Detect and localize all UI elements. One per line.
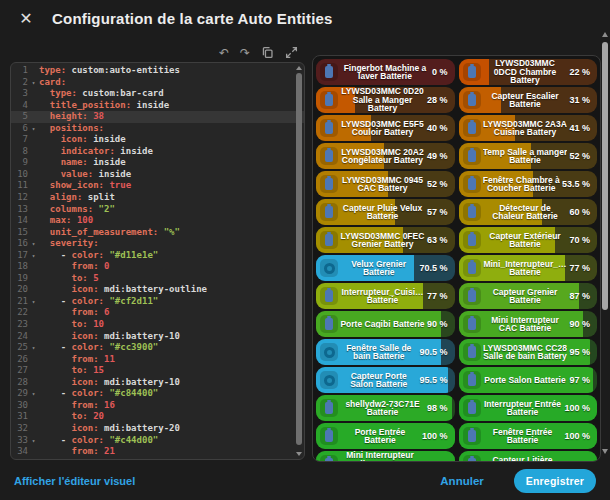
bar-content: Capteur Escalier Batterie31 % [459,87,598,113]
undo-icon[interactable]: ↶ [219,47,229,59]
code-line: 23 to: 10 [11,319,304,331]
dialog-scrollbar[interactable] [601,28,609,458]
scroll-down-icon[interactable] [602,449,608,454]
battery-bar[interactable]: Interrupteur Entrée Batterie100 % [459,395,598,421]
battery-bar[interactable]: Capteur Extérieur Batterie70 % [459,227,598,253]
code-line: 22 from: 6 [11,307,304,319]
code-line: 5 height: 38 [11,111,304,123]
battery-bar[interactable]: Fenêtre Entrée Batterie100 % [459,423,598,449]
battery-bar[interactable]: LYWSD03MMC 0D20 Salle a Manger Battery28… [316,87,455,113]
battery-bar[interactable]: LYWSD03MMC CC28 Salle de bain Battery95 … [459,339,598,365]
show-visual-editor-link[interactable]: Afficher l'éditeur visuel [14,475,135,487]
battery-bar[interactable]: Porte Salon Batterie97 % [459,367,598,393]
entity-name: Fenêtre Chambre à Coucher Batterie [483,176,560,193]
cancel-button[interactable]: Annuler [434,474,489,488]
entity-value: 100 % [422,431,448,441]
battery-bar[interactable]: Capteur Porte Salon Batterie95.5 % [316,367,455,393]
battery-bar[interactable]: Fenêtre Salle de bain Batterie90.5 % [316,339,455,365]
battery-icon [463,231,481,249]
code-text: card: [39,77,304,89]
entity-value: 60 % [569,207,590,217]
battery-bar[interactable]: Fenêtre Chambre à Coucher Batterie53.5 % [459,171,598,197]
editor-toolbar: ↶ ↷ [10,45,298,60]
close-icon[interactable]: ✕ [16,9,36,28]
expand-icon[interactable] [285,46,298,59]
battery-bar[interactable]: Mini Interrupteur CAC Batterie90 % [459,311,598,337]
battery-bar[interactable]: Porte Entrée Batterie100 % [316,423,455,449]
battery-bar[interactable]: Mini Interrupteur Salle a manger Batteri… [316,451,455,462]
redo-icon[interactable]: ↷ [240,47,250,59]
fold-arrow-icon[interactable]: ▾ [28,250,39,262]
battery-bar[interactable]: LYWSD03MMC 0FEC Grenier Battery63 % [316,227,455,253]
fold-arrow-icon[interactable]: ▾ [28,435,39,447]
entity-name: Capteur Escalier Batterie [483,92,568,109]
battery-bar[interactable]: Velux Grenier Batterie70.5 % [316,255,455,281]
line-number: 9 [11,157,28,169]
battery-bar[interactable]: LYWSD03MMC 0945 CAC Battery52 % [316,171,455,197]
battery-bar[interactable]: LYWSD03MMC 2A3A Cuisine Battery41 % [459,115,598,141]
battery-bar[interactable]: Interrupteur_Cuisi… Batterie77 % [316,283,455,309]
code-text: columns: "2" [39,204,304,216]
entity-value: 70.5 % [419,263,447,273]
entity-value: 63 % [427,235,448,245]
line-number: 12 [11,192,28,204]
battery-bar[interactable]: Porte Cagibi Batterie90 % [316,311,455,337]
battery-icon [320,119,338,137]
battery-bar[interactable]: LYWSD03MMC 20A2 Congélateur Battery49 % [316,143,455,169]
fold-arrow-icon[interactable]: ▾ [28,77,39,89]
code-line: 32 icon: mdi:battery-20 [11,423,304,435]
fold-arrow-icon[interactable]: ▾ [28,342,39,354]
fold-arrow-icon[interactable]: ▾ [28,388,39,400]
entity-value: 87 % [569,291,590,301]
code-text: severity: [39,238,304,250]
code-line: 13 columns: "2" [11,204,304,216]
fold-arrow-icon[interactable]: ▾ [28,238,39,250]
scroll-up-icon[interactable] [602,32,608,37]
battery-bar[interactable]: Capteur Litière Batterie100 % [459,451,598,462]
fold-arrow-icon[interactable]: ▾ [28,296,39,308]
scroll-down-icon[interactable] [296,452,302,456]
scroll-up-icon[interactable] [296,66,302,70]
entity-value: 90.5 % [419,347,447,357]
fold-arrow-icon[interactable]: ▾ [28,123,39,135]
dialog-scrollbar-thumb[interactable] [602,42,608,310]
yaml-code-editor[interactable]: 1type: custom:auto-entities2▾card:3 type… [10,62,305,460]
battery-bar[interactable]: Détecteur de Chaleur Batterie60 % [459,199,598,225]
battery-bar[interactable]: LYWSD03MMC 0DCD Chambre Battery22 % [459,59,598,85]
line-number: 20 [11,284,28,296]
battery-icon [463,203,481,221]
battery-icon [463,147,481,165]
editor-scrollbar[interactable] [295,64,303,458]
line-number: 3 [11,88,28,100]
line-number: 2 [11,77,28,89]
battery-bar[interactable]: LYWSD03MMC E5F5 Couloir Battery40 % [316,115,455,141]
line-number: 22 [11,307,28,319]
battery-bar[interactable]: Mini_Interrupteur_… Batterie77 % [459,255,598,281]
editor-scrollbar-thumb[interactable] [296,73,302,445]
code-line: 3 type: custom:bar-card [11,88,304,100]
entity-name: Mini_Interrupteur_… Batterie [483,260,568,277]
entity-value: 52 % [427,179,448,189]
battery-bar[interactable]: Temp Salle a manger Batterie52 % [459,143,598,169]
code-text: icon: inside [39,134,304,146]
entity-name: shellydw2-73C71E Batterie [340,400,425,417]
battery-icon [463,371,481,389]
entity-name: Détecteur de Chaleur Batterie [483,204,568,221]
code-text: icon: mdi:battery-outline [39,284,304,296]
entity-value: 70 % [569,235,590,245]
battery-bar[interactable]: shellydw2-73C71E Batterie98 % [316,395,455,421]
entity-name: LYWSD03MMC 20A2 Congélateur Battery [340,148,425,165]
battery-bar[interactable]: Capteur Escalier Batterie31 % [459,87,598,113]
battery-bar[interactable]: Capteur Pluie Velux Batterie57 % [316,199,455,225]
battery-bar[interactable]: Capteur Grenier Batterie87 % [459,283,598,309]
save-button[interactable]: Enregistrer [514,469,596,493]
code-line: 33▾ - color: "#c44d00" [11,435,304,447]
fold-gutter [28,354,39,366]
battery-icon [463,315,481,333]
battery-icon [463,119,481,137]
battery-bar[interactable]: Fingerbot Machine a laver Batterie0 % [316,59,455,85]
bar-content: Capteur Pluie Velux Batterie57 % [316,199,455,225]
code-text: type: custom:bar-card [39,88,304,100]
entity-value: 53.5 % [562,179,590,189]
copy-icon[interactable] [261,46,274,59]
